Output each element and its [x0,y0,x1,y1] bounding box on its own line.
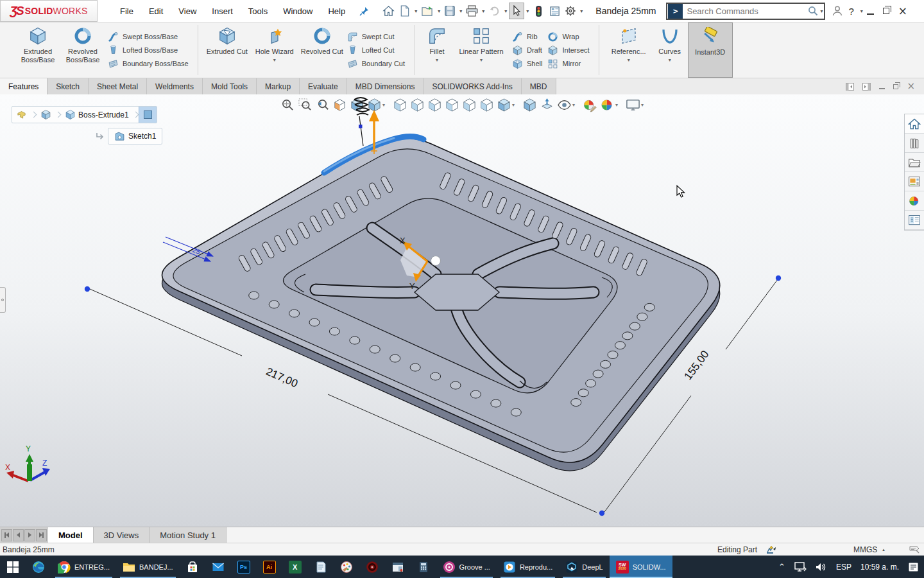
tab-features[interactable]: Features [0,78,47,94]
custom-properties-button[interactable] [905,211,924,230]
breadcrumb-feature[interactable]: Boss-Extrude1 [61,107,133,123]
view-front-button[interactable] [392,97,408,113]
new-caret-icon[interactable]: ▾ [413,8,418,14]
status-units[interactable]: MMGS ▴ [853,545,885,554]
home-button[interactable] [381,3,397,19]
section-view-button[interactable] [332,97,348,113]
taskbar-photoshop[interactable]: Ps [231,556,257,578]
sketch1-chip[interactable]: Sketch1 [108,128,162,144]
shell-button[interactable]: Shell [512,58,542,69]
taskbar-illustrator[interactable]: Ai [257,556,282,578]
pin-menu-icon[interactable] [356,3,372,19]
taskbar-notepad[interactable] [308,556,334,578]
appearances-button[interactable] [905,191,924,211]
language-indicator[interactable]: ESP [836,563,851,572]
view-back-button[interactable] [409,97,425,113]
minimize-button[interactable] [867,8,874,15]
options-caret-icon[interactable]: ▾ [579,8,584,14]
restore-button[interactable] [883,8,889,14]
draft-button[interactable]: Draft [512,45,542,56]
tray-expand-icon[interactable]: ⌃ [778,562,785,572]
design-library-button[interactable] [905,134,924,153]
linear-pattern-button[interactable]: Linear Pattern▾ [453,22,509,78]
print-caret-icon[interactable]: ▾ [481,8,486,14]
undo-button[interactable] [486,3,502,19]
status-tag-icon[interactable] [909,545,920,554]
units-caret-icon[interactable]: ▴ [882,547,885,552]
network-icon[interactable] [794,562,807,572]
search-icon[interactable] [807,5,819,17]
select-caret-icon[interactable]: ▾ [525,8,530,14]
close-button[interactable]: × [898,8,907,15]
tab-mbd[interactable]: MBD [522,78,556,94]
sketch-point[interactable] [359,125,363,128]
hole-wizard-button[interactable]: Hole Wizard▾ [250,22,300,78]
search-caret-icon[interactable]: ▾ [819,8,824,14]
breadcrumb-body-icon[interactable] [37,107,55,123]
menu-window[interactable]: Window [276,4,320,19]
view-isometric-button[interactable] [522,97,538,113]
wrap-button[interactable]: Wrap [547,31,589,42]
notification-icon[interactable] [908,562,919,572]
undo-caret-icon[interactable]: ▾ [503,8,508,14]
instant3d-button[interactable]: Instant3D [688,22,733,78]
open-caret-icon[interactable]: ▾ [436,8,441,14]
lofted-boss-button[interactable]: Lofted Boss/Base [108,45,189,56]
clock[interactable]: 10:59 a. m. [860,563,899,572]
zoom-fit-button[interactable] [280,97,296,113]
view-settings-caret-icon[interactable]: ▾ [641,102,644,108]
view-right-button[interactable] [444,97,460,113]
drag-arrow[interactable] [369,110,379,154]
edit-appearance-button[interactable] [582,97,598,113]
apply-scene-button[interactable]: ▾ [599,97,619,113]
pane-right-icon[interactable] [862,83,871,91]
dimension-217[interactable] [90,289,597,512]
view-orientation-caret-icon[interactable]: ▾ [382,102,385,108]
home-pane-button[interactable] [905,114,924,134]
swept-boss-button[interactable]: Swept Boss/Base [108,31,189,42]
dimension-155[interactable] [604,279,778,512]
display-style-caret-icon[interactable]: ▾ [512,102,515,108]
view-bottom-button[interactable] [479,97,495,113]
mirror-button[interactable]: Mirror [547,58,589,69]
tab-mbd-dimensions[interactable]: MBD Dimensions [347,78,424,94]
extruded-boss-button[interactable]: Extruded Boss/Base [15,22,60,78]
view-left-button[interactable] [427,97,443,113]
dim-point[interactable] [776,276,781,281]
boundary-cut-button[interactable]: Boundary Cut [347,58,405,69]
tab-weldments[interactable]: Weldments [147,78,203,94]
origin-triad[interactable]: X Y [400,236,441,291]
view-top-button[interactable] [461,97,477,113]
sketch-dimension-text[interactable]: 25 [191,246,201,256]
sketch-dimension[interactable] [163,237,213,261]
reference-geometry-button[interactable]: Referenc...▾ [606,22,652,78]
revolved-cut-button[interactable]: Revolved Cut [300,22,345,78]
taskbar-red-app[interactable] [359,556,385,578]
dimension-155-text[interactable]: 155,00 [681,348,711,382]
selected-edge-highlight[interactable] [324,137,424,173]
tab-mold-tools[interactable]: Mold Tools [203,78,257,94]
tab-model[interactable]: Model [48,527,94,543]
reference-caret-icon[interactable]: ▾ [628,57,630,64]
tray-model[interactable] [162,137,719,471]
new-document-button[interactable] [397,3,413,19]
swept-cut-button[interactable]: Swept Cut [347,31,405,42]
file-explorer-button[interactable] [905,153,924,172]
menu-file[interactable]: File [113,4,141,19]
view-palette-button[interactable] [905,172,924,191]
taskbar-media-player[interactable]: Reprodu... [497,556,559,578]
normal-to-button[interactable] [539,97,555,113]
dim-point[interactable] [599,511,604,516]
taskbar-groove[interactable]: Groove ... [436,556,497,578]
fillet-button[interactable]: Fillet▾ [421,22,453,78]
volume-icon[interactable] [816,562,827,572]
menu-help[interactable]: Help [321,4,352,19]
curves-caret-icon[interactable]: ▾ [669,57,671,64]
previous-view-button[interactable] [314,97,330,113]
collapsed-panel-tab[interactable] [0,287,6,313]
lofted-cut-button[interactable]: Lofted Cut [347,45,405,56]
tab-solidworks-add-ins[interactable]: SOLIDWORKS Add-Ins [424,78,521,94]
tab-sheet-metal[interactable]: Sheet Metal [89,78,147,94]
taskbar-edge[interactable] [26,556,51,578]
intersect-button[interactable]: Intersect [547,45,589,56]
